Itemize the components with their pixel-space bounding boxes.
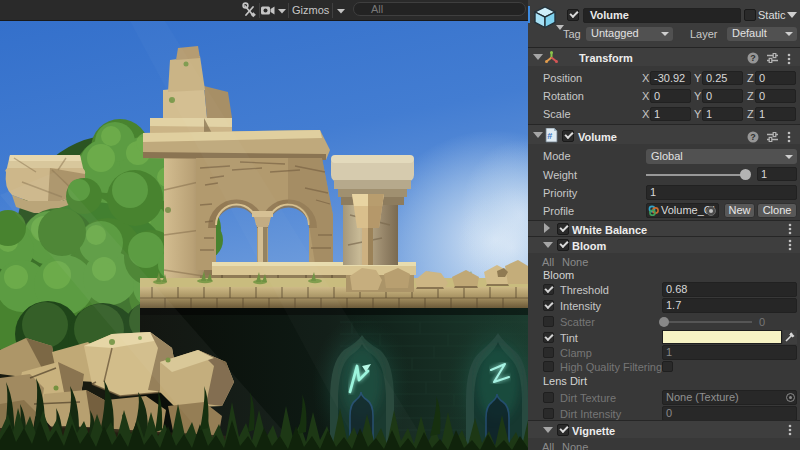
svg-text:?: ?	[750, 53, 756, 63]
svg-text:#: #	[547, 131, 552, 141]
svg-text:?: ?	[750, 132, 756, 142]
